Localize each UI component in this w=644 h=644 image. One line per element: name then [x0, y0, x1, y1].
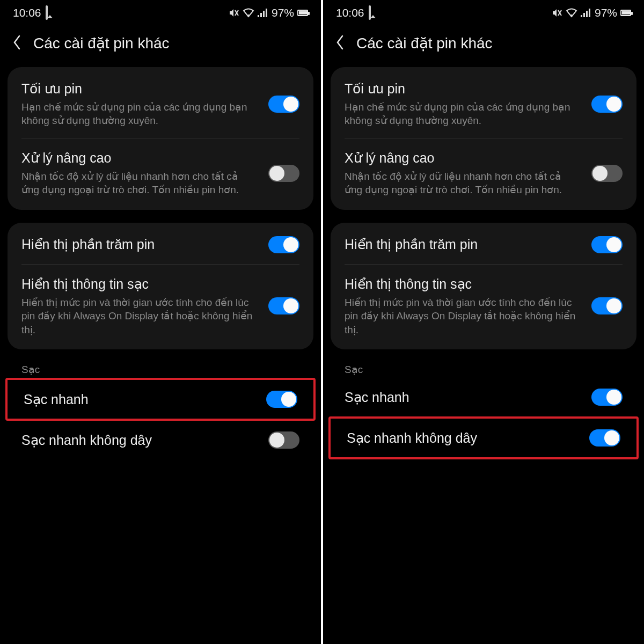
page-title: Các cài đặt pin khác	[33, 34, 170, 52]
battery-percent: 97%	[595, 6, 617, 19]
screenshot-left: 10:06 97% Các cài đặt pin khác Tối ưu pi…	[0, 0, 321, 644]
status-time: 10:06	[13, 6, 41, 19]
status-time: 10:06	[336, 6, 364, 19]
battery-optimize-toggle[interactable]	[591, 96, 623, 113]
battery-icon	[620, 10, 631, 16]
show-percentage-toggle[interactable]	[591, 236, 623, 253]
battery-icon	[297, 10, 308, 16]
fast-charging-toggle[interactable]	[266, 391, 297, 408]
signal-icon	[581, 9, 591, 17]
show-charging-info-row[interactable]: Hiển thị thông tin sạc Hiển thị mức pin …	[331, 265, 636, 348]
wifi-icon	[566, 8, 577, 18]
svg-rect-13	[589, 9, 590, 17]
picture-icon	[369, 6, 371, 19]
row-title: Hiển thị thông tin sạc	[345, 275, 581, 294]
battery-percent: 97%	[272, 6, 294, 19]
page-header: Các cài đặt pin khác	[323, 23, 644, 67]
row-title: Sạc nhanh	[24, 392, 89, 407]
row-title: Sạc nhanh không dây	[21, 433, 152, 448]
picture-icon	[46, 6, 48, 19]
row-title: Xử lý nâng cao	[21, 149, 258, 167]
mute-icon	[552, 8, 562, 18]
svg-point-2	[247, 14, 250, 17]
row-title: Hiển thị phần trăm pin	[21, 236, 258, 254]
wifi-icon	[243, 8, 254, 18]
fast-charging-toggle[interactable]	[591, 389, 623, 406]
svg-rect-5	[263, 11, 265, 17]
page-title: Các cài đặt pin khác	[356, 34, 493, 52]
show-percentage-toggle[interactable]	[268, 236, 299, 253]
settings-group-1: Tối ưu pin Hạn chế mức sử dụng pin của c…	[331, 67, 636, 210]
show-percentage-row[interactable]: Hiển thị phần trăm pin	[331, 225, 636, 265]
screenshot-right: 10:06 97% Các cài đặt pin khác Tối ưu pi…	[323, 0, 644, 644]
battery-optimize-row[interactable]: Tối ưu pin Hạn chế mức sử dụng pin của c…	[8, 69, 313, 138]
wireless-fast-charging-toggle[interactable]	[589, 429, 620, 447]
row-desc: Hạn chế mức sử dụng pin của các ứng dụng…	[345, 100, 581, 128]
back-icon[interactable]	[13, 35, 21, 52]
svg-point-9	[570, 14, 573, 17]
mute-icon	[229, 8, 239, 18]
svg-rect-12	[586, 11, 588, 17]
row-title: Hiển thị phần trăm pin	[345, 236, 581, 254]
advanced-processing-toggle[interactable]	[591, 165, 623, 182]
row-desc: Hiển thị mức pin và thời gian ước tính c…	[345, 296, 581, 337]
advanced-processing-toggle[interactable]	[268, 165, 299, 182]
show-percentage-row[interactable]: Hiển thị phần trăm pin	[8, 225, 313, 265]
back-icon[interactable]	[336, 35, 345, 52]
advanced-processing-row[interactable]: Xử lý nâng cao Nhận tốc độ xử lý dữ liệu…	[331, 138, 636, 208]
row-title: Xử lý nâng cao	[345, 149, 581, 167]
wireless-fast-charging-row[interactable]: Sạc nhanh không dây	[0, 421, 321, 459]
settings-group-2: Hiển thị phần trăm pin Hiển thị thông ti…	[331, 223, 636, 349]
svg-rect-4	[260, 13, 262, 17]
status-bar: 10:06 97%	[0, 0, 321, 23]
settings-group-2: Hiển thị phần trăm pin Hiển thị thông ti…	[8, 223, 313, 349]
svg-rect-6	[266, 9, 267, 17]
page-header: Các cài đặt pin khác	[0, 23, 321, 67]
svg-rect-10	[581, 15, 582, 17]
highlight-box: Sạc nhanh không dây	[328, 416, 639, 459]
show-charging-info-toggle[interactable]	[591, 297, 623, 314]
show-charging-info-row[interactable]: Hiển thị thông tin sạc Hiển thị mức pin …	[8, 265, 313, 348]
row-title: Sạc nhanh không dây	[347, 430, 477, 446]
svg-rect-3	[258, 15, 259, 17]
advanced-processing-row[interactable]: Xử lý nâng cao Nhận tốc độ xử lý dữ liệu…	[8, 138, 313, 208]
row-title: Tối ưu pin	[21, 80, 258, 98]
row-desc: Nhận tốc độ xử lý dữ liệu nhanh hơn cho …	[21, 170, 258, 197]
fast-charging-row[interactable]: Sạc nhanh	[8, 380, 313, 419]
row-title: Sạc nhanh	[345, 390, 409, 405]
battery-optimize-row[interactable]: Tối ưu pin Hạn chế mức sử dụng pin của c…	[331, 69, 636, 138]
show-charging-info-toggle[interactable]	[268, 297, 299, 314]
wireless-fast-charging-toggle[interactable]	[268, 431, 299, 449]
signal-icon	[258, 9, 268, 17]
battery-optimize-toggle[interactable]	[268, 96, 299, 113]
row-desc: Hạn chế mức sử dụng pin của các ứng dụng…	[21, 100, 258, 128]
row-title: Tối ưu pin	[345, 80, 581, 98]
highlight-box: Sạc nhanh	[5, 378, 316, 421]
settings-group-1: Tối ưu pin Hạn chế mức sử dụng pin của c…	[8, 67, 313, 210]
wireless-fast-charging-row[interactable]: Sạc nhanh không dây	[331, 419, 636, 457]
status-bar: 10:06 97%	[323, 0, 644, 23]
row-desc: Hiển thị mức pin và thời gian ước tính c…	[21, 296, 258, 337]
row-desc: Nhận tốc độ xử lý dữ liệu nhanh hơn cho …	[345, 170, 581, 197]
svg-rect-11	[583, 13, 585, 17]
row-title: Hiển thị thông tin sạc	[21, 275, 258, 294]
charging-section-label: Sạc	[0, 362, 321, 378]
charging-section-label: Sạc	[323, 362, 644, 378]
fast-charging-row[interactable]: Sạc nhanh	[323, 378, 644, 416]
